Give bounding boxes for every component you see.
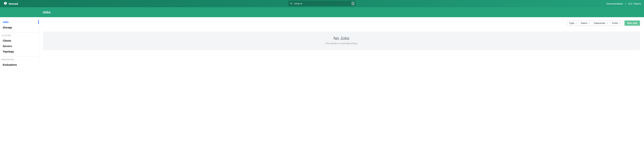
filter-type-dropdown[interactable]: Type ▼ [567,20,579,26]
filter-prefix-dropdown[interactable]: Prefix ▼ [610,20,623,26]
brand-name: Nomad [9,2,18,5]
filter-label: Status [581,22,588,24]
sidebar-item-storage[interactable]: Storage [0,25,39,30]
toolbar: Type ▼ Status ▼ Datacenter ▼ Prefix ▼ Ru… [43,20,640,26]
documentation-link[interactable]: Documentation [606,2,623,5]
filter-datacenter-dropdown[interactable]: Datacenter ▼ [592,20,610,26]
search-icon [290,2,292,5]
sidebar-heading-debugging: DEBUGGING [1,56,38,61]
caret-down-icon: ▼ [588,22,590,24]
caret-down-icon: ▼ [619,22,621,24]
top-nav-right: Documentation | ACL Tokens [606,2,641,5]
nav-separator: | [625,2,626,5]
sidebar-item-label: Topology [3,50,14,53]
sidebar: Jobs Storage CLUSTER Clients Servers Top… [0,17,39,68]
page-subheader: Jobs [0,7,644,17]
caret-down-icon: ▼ [606,22,608,24]
svg-point-0 [290,3,292,4]
empty-state-subtitle: The cluster is currently empty. [46,42,636,45]
sidebar-item-jobs[interactable]: Jobs [0,19,39,25]
caret-down-icon: ▼ [575,22,577,24]
filter-label: Datacenter [594,22,606,24]
nomad-logo-icon [4,1,7,6]
top-nav: Nomad / Documentation | ACL Tokens [0,0,644,7]
page-title: Jobs [42,10,50,14]
sidebar-item-label: Jobs [3,21,9,23]
sidebar-item-label: Clients [3,39,11,42]
sidebar-item-label: Evaluations [3,63,17,66]
run-job-label: Run Job [627,22,637,24]
main-content: Type ▼ Status ▼ Datacenter ▼ Prefix ▼ Ru… [39,17,644,68]
sidebar-heading-cluster: CLUSTER [1,32,38,37]
empty-state-title: No Jobs [46,36,636,41]
sidebar-item-label: Servers [3,45,12,48]
svg-line-1 [292,4,292,4]
search-input[interactable] [292,2,352,5]
filter-status-dropdown[interactable]: Status ▼ [579,20,592,26]
search-shortcut-key: / [352,2,354,5]
acl-tokens-link[interactable]: ACL Tokens [628,2,641,5]
empty-state: No Jobs The cluster is currently empty. [43,31,640,50]
filter-group: Type ▼ Status ▼ Datacenter ▼ Prefix ▼ [567,20,623,26]
sidebar-item-label: Storage [3,26,12,29]
brand[interactable]: Nomad [4,1,18,6]
sidebar-item-evaluations[interactable]: Evaluations [0,62,39,67]
filter-label: Type [569,22,574,24]
sidebar-item-topology[interactable]: Topology [0,49,39,54]
sidebar-item-servers[interactable]: Servers [0,43,39,49]
jump-to-search[interactable]: / [288,1,356,6]
sidebar-item-clients[interactable]: Clients [0,38,39,43]
run-job-button[interactable]: Run Job [624,20,640,26]
filter-label: Prefix [612,22,618,24]
